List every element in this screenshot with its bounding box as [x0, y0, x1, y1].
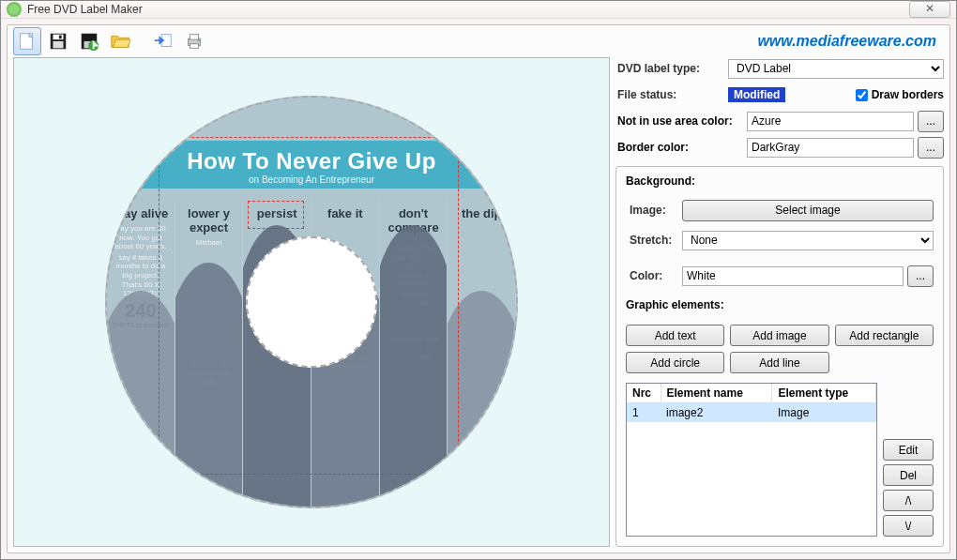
- properties-panel: DVD label type: DVD Label File status: M…: [615, 57, 944, 547]
- dvd-subtitle: on Becoming An Entrepreneur: [107, 174, 516, 185]
- not-in-use-color: Azure: [747, 112, 914, 131]
- stretch-select[interactable]: None: [682, 231, 934, 250]
- label-file-status: File status:: [615, 88, 728, 101]
- svg-rect-2: [53, 35, 64, 40]
- add-image-button[interactable]: Add image: [730, 325, 828, 346]
- export-button[interactable]: [149, 27, 177, 55]
- label-image: Image:: [626, 204, 682, 217]
- svg-rect-4: [59, 36, 62, 39]
- label-not-in-use: Not in use area color:: [615, 114, 747, 128]
- toolbar: www.mediafreeware.com: [8, 25, 949, 57]
- titlebar: Free DVD Label Maker ✕: [1, 1, 956, 19]
- graphic-elements-title: Graphic elements:: [626, 298, 934, 311]
- print-button[interactable]: [180, 27, 208, 55]
- app-icon: [7, 2, 22, 17]
- draw-borders-checkbox[interactable]: Draw borders: [856, 88, 944, 101]
- disc-hole: [246, 236, 377, 368]
- client-area: www.mediafreeware.com How To Never Give …: [7, 24, 950, 553]
- elements-table[interactable]: Nrc Element name Element type 1 image2 I…: [626, 383, 877, 537]
- background-group: Background: Image: Select image Stretch:…: [615, 166, 944, 547]
- label-stretch: Stretch:: [626, 234, 682, 247]
- col-nrc[interactable]: Nrc: [627, 384, 661, 403]
- body: How To Never Give Up on Becoming An Entr…: [8, 57, 949, 552]
- col-name[interactable]: Element name: [661, 384, 772, 403]
- table-row[interactable]: 1 image2 Image: [627, 403, 876, 423]
- svg-rect-10: [190, 35, 198, 40]
- open-button[interactable]: [106, 27, 134, 55]
- draw-borders-input[interactable]: [856, 89, 868, 101]
- label-color: Color:: [626, 269, 682, 282]
- add-rectangle-button[interactable]: Add rectangle: [835, 325, 934, 346]
- svg-rect-11: [190, 44, 198, 49]
- move-up-button[interactable]: /\: [883, 490, 934, 511]
- close-button[interactable]: ✕: [909, 1, 950, 18]
- not-in-use-color-button[interactable]: ...: [918, 111, 944, 132]
- select-image-button[interactable]: Select image: [682, 200, 934, 221]
- canvas[interactable]: How To Never Give Up on Becoming An Entr…: [13, 57, 610, 547]
- svg-point-12: [198, 39, 200, 41]
- website-link[interactable]: www.mediafreeware.com: [757, 33, 944, 50]
- disc-preview: How To Never Give Up on Becoming An Entr…: [105, 96, 518, 508]
- save-button[interactable]: [44, 27, 72, 55]
- bg-color: White: [682, 266, 904, 286]
- background-title: Background:: [626, 174, 934, 188]
- bg-color-button[interactable]: ...: [907, 265, 934, 287]
- col-type[interactable]: Element type: [772, 384, 876, 403]
- border-color: DarkGray: [747, 138, 914, 158]
- move-down-button[interactable]: \/: [883, 515, 934, 537]
- label-dvd-type: DVD label type:: [615, 62, 728, 75]
- delete-button[interactable]: Del: [883, 464, 934, 486]
- file-status-badge: Modified: [728, 87, 785, 102]
- add-circle-button[interactable]: Add circle: [626, 352, 724, 373]
- save-as-button[interactable]: [75, 27, 103, 55]
- border-color-button[interactable]: ...: [918, 137, 944, 159]
- app-window: Free DVD Label Maker ✕ www.media: [0, 0, 957, 560]
- dvd-title: How To Never Give Up: [107, 148, 516, 174]
- window-title: Free DVD Label Maker: [27, 3, 143, 16]
- add-line-button[interactable]: Add line: [730, 352, 828, 373]
- label-border-color: Border color:: [615, 141, 747, 154]
- add-text-button[interactable]: Add text: [626, 325, 724, 346]
- dvd-type-select[interactable]: DVD Label: [728, 59, 944, 79]
- edit-button[interactable]: Edit: [883, 439, 934, 461]
- new-button[interactable]: [13, 27, 41, 55]
- svg-rect-3: [53, 41, 64, 48]
